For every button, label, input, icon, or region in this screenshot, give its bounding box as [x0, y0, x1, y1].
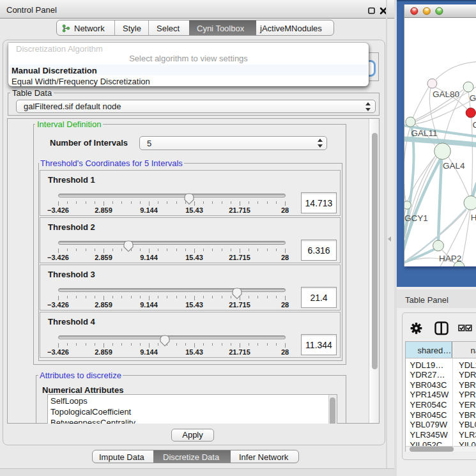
svg-text:GA: GA — [470, 93, 476, 103]
svg-text:GAL11: GAL11 — [411, 128, 438, 138]
svg-text:C: C — [473, 120, 476, 130]
svg-text:GAL4: GAL4 — [443, 161, 465, 171]
svg-text:GCY1: GCY1 — [404, 213, 428, 223]
svg-text:H: H — [471, 213, 476, 222]
svg-text:GAL80: GAL80 — [433, 89, 459, 99]
svg-text:HAP2: HAP2 — [439, 254, 461, 263]
